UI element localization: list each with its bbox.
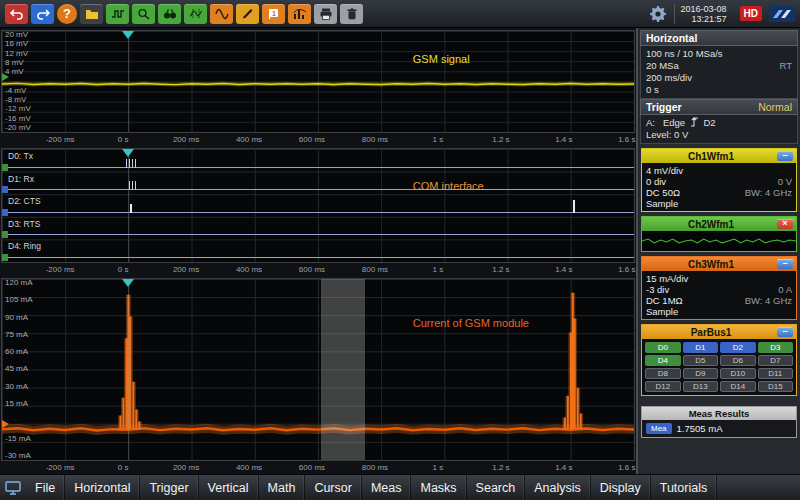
bus-bit-badge[interactable]: D9 [683, 368, 719, 379]
ch1-signal-widget[interactable]: Ch1Wfm1 – 4 mV/div 0 div0 V DC 50ΩBW: 4 … [641, 148, 797, 212]
cursor-waveform-icon [189, 8, 203, 20]
time-axis-label: 1.2 s [469, 134, 532, 146]
menu-item[interactable]: Cursor [305, 475, 362, 500]
generator-button[interactable] [210, 4, 233, 24]
bus-bit-badge[interactable]: D3 [758, 342, 794, 353]
bus-bit-badge[interactable]: D0 [645, 342, 681, 353]
menu-item[interactable]: Display [591, 475, 651, 500]
ch3-signal-widget[interactable]: Ch3Wfm1 – 15 mA/div -3 div0 A DC 1MΩBW: … [641, 256, 797, 320]
zoom-button[interactable] [132, 4, 155, 24]
digital-activity-pulse [130, 204, 132, 213]
close-button[interactable]: × [777, 219, 793, 229]
bus-bit-badge[interactable]: D12 [645, 381, 681, 392]
mask-edit-button[interactable] [236, 4, 259, 24]
rohde-schwarz-logo [769, 6, 795, 22]
redo-button[interactable] [31, 4, 54, 24]
help-button[interactable]: ? [57, 4, 77, 24]
measurement-gate-region[interactable] [321, 279, 365, 460]
bus-bit-badge[interactable]: D15 [758, 381, 794, 392]
waveform-display-area[interactable]: 20 mV16 mV12 mV8 mV4 mV-4 mV-8 mV-12 mV-… [0, 28, 636, 474]
ch2-thumbnail-trace [642, 231, 796, 251]
open-file-icon [85, 8, 99, 20]
bus-bit-badge[interactable]: D5 [683, 355, 719, 366]
analog-grid-ch3[interactable]: 120 mA105 mA90 mA75 mA60 mA45 mA30 mA15 … [0, 276, 636, 474]
ch3-trace [2, 279, 634, 460]
flag-1-icon: 1 [267, 8, 281, 20]
menu-item[interactable]: Analysis [525, 475, 591, 500]
minimize-button[interactable]: – [777, 259, 793, 269]
digital-channel-marker [2, 209, 8, 216]
digital-channel-row[interactable]: D0: Tx [2, 149, 634, 172]
settings-button[interactable] [645, 6, 671, 22]
ch2-offset-marker[interactable] [2, 73, 9, 81]
minimize-button[interactable]: – [777, 327, 793, 337]
menu-item[interactable]: Math [259, 475, 306, 500]
menu-item[interactable]: Horizontal [65, 475, 140, 500]
digital-time-axis: -200 ms0 s200 ms400 ms600 ms800 ms1 s1.2… [29, 264, 659, 276]
undo-button[interactable] [5, 4, 28, 24]
digital-channel-row[interactable]: D1: Rx [2, 172, 634, 195]
digital-channel-row[interactable]: D4: Ring [2, 239, 634, 262]
bus-bit-badge[interactable]: D11 [758, 368, 794, 379]
trigger-position-marker[interactable] [122, 279, 134, 287]
menu-item[interactable]: Meas [362, 475, 412, 500]
cursor-measure-button[interactable] [184, 4, 207, 24]
digital-plot[interactable]: D0: Tx D1: Rx D2: CTS [1, 148, 635, 263]
trigger-panel[interactable]: Trigger Normal A: Edge D2 Level: 0 V [640, 99, 798, 144]
ch1-plot[interactable]: 20 mV16 mV12 mV8 mV4 mV-4 mV-8 mV-12 mV-… [1, 30, 635, 133]
digital-channel-row[interactable]: D3: RTS [2, 217, 634, 240]
menu-item[interactable]: Vertical [199, 475, 259, 500]
bus-bit-badge[interactable]: D10 [720, 368, 756, 379]
open-file-button[interactable] [80, 4, 103, 24]
meas-results-widget[interactable]: Meas Results Mea 1.7505 mA [641, 406, 797, 438]
redo-icon [36, 8, 50, 20]
event-flag-button[interactable]: 1 [262, 4, 285, 24]
menu-item[interactable]: File [26, 475, 65, 500]
digital-activity-burst [126, 159, 136, 168]
timebase-scale: 200 ms/div [646, 72, 692, 84]
ch3-offset-marker[interactable] [2, 420, 9, 428]
menu-item[interactable]: Tutorials [651, 475, 717, 500]
bus-bit-badge[interactable]: D2 [720, 342, 756, 353]
time-axis-label: -200 ms [29, 462, 92, 474]
horizontal-panel[interactable]: Horizontal 100 ns / 10 MSa/s 20 MSaRT 20… [640, 30, 798, 99]
autoset-button[interactable] [106, 4, 129, 24]
ch3-widget-title: Ch3Wfm1 [645, 259, 777, 270]
bus-bit-badge[interactable]: D13 [683, 381, 719, 392]
minimize-button[interactable]: – [777, 151, 793, 161]
menu-item[interactable]: Search [467, 475, 526, 500]
acquisition-mode: RT [780, 60, 793, 72]
monitor-icon [5, 481, 21, 495]
digital-grid[interactable]: D0: Tx D1: Rx D2: CTS [0, 146, 636, 276]
undo-icon [10, 8, 24, 20]
time-axis-label: 200 ms [155, 264, 218, 276]
bus-bit-badge[interactable]: D8 [645, 368, 681, 379]
delete-button[interactable] [340, 4, 363, 24]
bus-bit-badge[interactable]: D6 [720, 355, 756, 366]
bus-bit-grid: D0D1D2D3D4D5D6D7D8D9D10D11D12D13D14D15 [642, 339, 796, 395]
analog-grid-ch1[interactable]: 20 mV16 mV12 mV8 mV4 mV-4 mV-8 mV-12 mV-… [0, 28, 636, 146]
search-button[interactable] [158, 4, 181, 24]
bus-bit-badge[interactable]: D1 [683, 342, 719, 353]
digital-channel-row[interactable]: D2: CTS [2, 194, 634, 217]
ch2-signal-widget[interactable]: Ch2Wfm1 × [641, 216, 797, 252]
bus-bit-badge[interactable]: D14 [720, 381, 756, 392]
print-button[interactable] [314, 4, 337, 24]
time-axis-label: 1 s [406, 264, 469, 276]
ch1-offset-volts: 0 V [778, 176, 792, 187]
hd-mode-badge: HD [740, 6, 762, 21]
time-axis-label: 1.4 s [532, 134, 595, 146]
bottom-menu-bar: FileHorizontalTriggerVerticalMathCursorM… [0, 474, 800, 500]
bus-bit-badge[interactable]: D4 [645, 355, 681, 366]
ch3-plot[interactable]: 120 mA105 mA90 mA75 mA60 mA45 mA30 mA15 … [1, 278, 635, 461]
spectrum-button[interactable] [288, 4, 311, 24]
menu-item[interactable]: Masks [411, 475, 466, 500]
trigger-position-marker[interactable] [122, 31, 134, 39]
trigger-position-marker[interactable] [122, 149, 134, 157]
display-menu-button[interactable] [0, 475, 26, 500]
menu-item[interactable]: Trigger [140, 475, 198, 500]
parallel-bus-widget[interactable]: ParBus1 – D0D1D2D3D4D5D6D7D8D9D10D11D12D… [641, 324, 797, 396]
digital-trace [2, 167, 634, 168]
trigger-mode: Normal [758, 101, 792, 113]
bus-bit-badge[interactable]: D7 [758, 355, 794, 366]
